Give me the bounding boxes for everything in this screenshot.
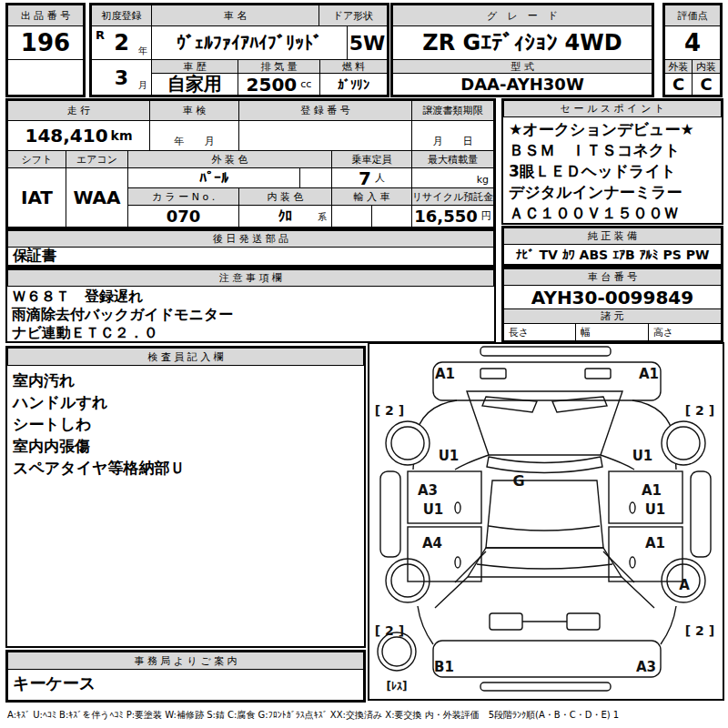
interior-color-value: ｸﾛ 系 bbox=[238, 205, 332, 228]
front-grille-right bbox=[585, 369, 611, 379]
car-history-value: 自家用 bbox=[151, 73, 238, 96]
exterior-color-extra bbox=[299, 167, 332, 188]
door-handle-front-right bbox=[630, 502, 635, 513]
damage-code-label: U1 bbox=[632, 448, 653, 464]
interior-color-suffix: 系 bbox=[318, 211, 327, 224]
damage-code-label: A1 bbox=[639, 366, 659, 382]
interior-grade-header: 内装 bbox=[692, 59, 721, 74]
notes-header: 注 意 事 項 欄 bbox=[7, 269, 494, 287]
interior-color-header: 内 装 色 bbox=[238, 187, 332, 206]
exterior-grade-value: C bbox=[664, 73, 693, 96]
shaken-value: 年 月 bbox=[149, 120, 239, 151]
later-parts-header: 後 日 発 送 部 品 bbox=[7, 230, 494, 248]
era-code: R bbox=[96, 28, 105, 42]
rear-fender-left bbox=[418, 606, 433, 644]
roof-crease bbox=[489, 526, 600, 531]
wiper-left bbox=[482, 397, 537, 412]
text-line: ハンドルすれ bbox=[13, 391, 359, 413]
reg-month-value: 3 bbox=[115, 66, 128, 89]
oem-equipment-header: 純 正 装 備 bbox=[503, 228, 722, 245]
text-line: ＢＳＭ ＩＴＳコネクト bbox=[509, 140, 716, 161]
damage-code-label: A4 bbox=[422, 535, 442, 551]
car-name-header: 車 名 bbox=[151, 5, 319, 26]
a-pillar-right bbox=[601, 455, 634, 470]
tail-light-left bbox=[490, 613, 522, 630]
transfer-deadline-header: 譲渡書類期限 bbox=[411, 100, 494, 121]
later-parts-value: 保証書 bbox=[7, 247, 494, 266]
c-pillar-right bbox=[603, 551, 654, 608]
interior-grade-value: C bbox=[692, 73, 721, 96]
first-registration-year: R 2 年 bbox=[91, 25, 152, 60]
inspector-lines: 室内汚れハンドルすれシートしわ室内内張傷スペアタイヤ等格納部Ｕ bbox=[7, 366, 364, 646]
oem-equipment-value: ﾅﾋﾞ TV ｶﾜ ABS ｴｱB ｱﾙﾐ PS PW bbox=[503, 244, 722, 265]
shift-value: IAT bbox=[7, 167, 66, 228]
recycle-unit: 円 bbox=[481, 209, 491, 223]
door-shape-header: ドア形状 bbox=[318, 5, 388, 26]
text-line: 室内内張傷 bbox=[13, 435, 359, 457]
text-line: ★オークションデビュー★ bbox=[509, 119, 716, 140]
inspector-header: 検 査 員 記 入 欄 bbox=[7, 348, 364, 366]
transfer-deadline-value: 月 日 bbox=[411, 120, 494, 151]
reg-month-unit: 月 bbox=[138, 79, 147, 92]
exterior-grade-header: 外装 bbox=[664, 59, 693, 74]
rear-glass bbox=[468, 548, 622, 577]
damage-code-label: U1 bbox=[439, 448, 460, 464]
front-right-wheel-inner bbox=[667, 427, 700, 460]
damage-code-label: B1 bbox=[434, 659, 454, 675]
specs-header: 諸 元 bbox=[503, 308, 722, 324]
car-name-value: ｳﾞｪﾙﾌｧｲｱﾊｲﾌﾞﾘｯﾄﾞ bbox=[151, 25, 348, 60]
car-history-header: 車 歴 bbox=[151, 59, 238, 74]
side-sill-right bbox=[691, 471, 711, 557]
displacement-number: 2500 bbox=[247, 74, 298, 96]
damage-code-label: U1 bbox=[645, 501, 666, 518]
text-line: ナビ連動ＥＴＣ２．０ bbox=[12, 324, 490, 341]
recycle-deposit-value: 16,550 円 bbox=[411, 205, 494, 228]
damage-code-label: A3 bbox=[418, 482, 438, 499]
office-notice-header: 事 務 局 よ り ご 案 内 bbox=[7, 652, 364, 670]
max-load-header: 最大積載量 bbox=[411, 150, 494, 168]
door-handle-front-left bbox=[455, 502, 460, 513]
damage-code-label: [ 2 ] bbox=[375, 403, 404, 418]
score-value: 4 bbox=[664, 25, 721, 60]
spare-tire-inner bbox=[382, 637, 411, 666]
recycle-number: 16,550 bbox=[414, 207, 477, 226]
tail-light-right bbox=[567, 613, 600, 630]
capacity-value: 7 人 bbox=[331, 167, 412, 188]
mileage-header: 走 行 bbox=[7, 100, 150, 121]
grade-value: ZR Gｴﾃﾞｨｼｮﾝ 4WD bbox=[392, 25, 652, 60]
office-notice-value: キーケース bbox=[7, 669, 364, 701]
interior-color-name: ｸﾛ bbox=[278, 207, 293, 225]
rear-roof-bar bbox=[480, 682, 611, 691]
exterior-color-header: 外 装 色 bbox=[127, 150, 332, 168]
model-code-header: 型 式 bbox=[392, 59, 652, 74]
cowl-band bbox=[487, 457, 602, 473]
rear-glass-curve bbox=[477, 564, 612, 569]
reg-year-value: 2 bbox=[114, 30, 129, 56]
first-registration-month: 3 月 bbox=[91, 59, 152, 96]
recycle-deposit-header: リサイクル預託金 bbox=[411, 187, 494, 206]
damage-code-legend: A:ｷｽﾞ U:ﾍｺﾐ B:ｷｽﾞを伴うﾍｺﾐ P:要塗装 W:補修跡 S:錆 … bbox=[7, 709, 726, 722]
front-roof-bar bbox=[480, 347, 611, 356]
text-line: 雨滴除去付バックガイドモニター bbox=[12, 306, 490, 324]
mileage-value: 148,410 km bbox=[7, 120, 150, 151]
fuel-value: ｶﾞｿﾘﾝ bbox=[319, 73, 388, 96]
damage-code-label: U1 bbox=[423, 501, 444, 518]
capacity-number: 7 bbox=[359, 167, 371, 188]
chassis-number-header: 車 台 番 号 bbox=[503, 268, 722, 286]
lot-number-value: 196 bbox=[7, 25, 84, 60]
text-line: シートしわ bbox=[13, 413, 359, 435]
shaken-header: 車 検 bbox=[149, 100, 239, 121]
roof-panel bbox=[486, 480, 603, 548]
rear-fender-right bbox=[661, 606, 676, 644]
aircon-value: WAA bbox=[66, 167, 128, 228]
displacement-value: 2500 cc bbox=[238, 73, 320, 96]
sales-point-header: セ ー ル ス ポ イ ン ト bbox=[503, 100, 722, 117]
damage-code-label: [ﾚｽ] bbox=[387, 680, 408, 693]
notes-lines: Ｗ６８Ｔ 登録遅れ雨滴除去付バックガイドモニターナビ連動ＥＴＣ２．０ bbox=[7, 287, 494, 341]
damage-code-label: A1 bbox=[642, 482, 662, 499]
damage-code-label: [ 2 ] bbox=[685, 623, 714, 638]
damage-code-label: [ 2 ] bbox=[685, 403, 714, 418]
color-no-header: カ ラ ー N o . bbox=[127, 187, 239, 206]
auction-sheet: { "top": { "lot": {"label": "出 品 番 号", "… bbox=[0, 0, 728, 728]
spec-length-label: 長さ bbox=[503, 323, 576, 341]
